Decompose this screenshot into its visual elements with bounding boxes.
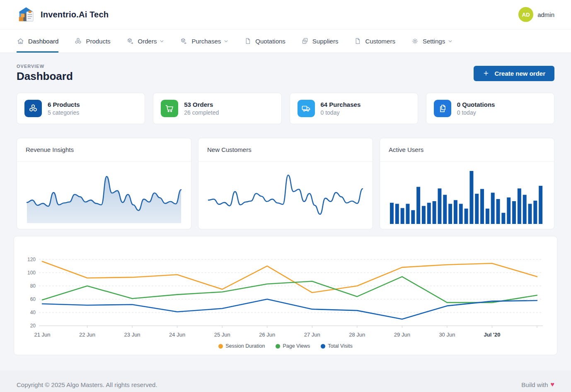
copyright-text: Copyright © 2025 Algo Masters. All right… [17,381,157,388]
legend-dot [321,344,325,349]
legend-label: Session Duration [225,343,265,349]
nav-item-orders[interactable]: Orders [126,29,165,53]
gear-icon [411,37,419,45]
documents-icon [434,100,451,117]
svg-text:26 Jun: 26 Jun [259,332,275,338]
cubes-icon [24,100,42,117]
user-menu[interactable]: AD admin [518,7,554,22]
svg-text:Jul '20: Jul '20 [484,332,500,338]
nav-label: Customers [365,38,395,45]
traffic-overview-card: 2040608010012021 Jun22 Jun23 Jun24 Jun25… [14,236,557,355]
cart-icon [161,100,178,117]
home-icon [17,37,24,45]
avatar[interactable]: AD [518,7,533,22]
svg-text:21 Jun: 21 Jun [34,332,50,338]
svg-text:22 Jun: 22 Jun [79,332,95,338]
page-footer: Copyright © 2025 Algo Masters. All right… [0,370,571,392]
stat-card-orders: 53 Orders 26 completed [153,93,281,124]
legend-item-total-visits[interactable]: Total Visits [321,343,353,349]
new-customers-chart [198,162,373,229]
stat-sub: 26 completed [184,109,219,116]
nav-item-purchases[interactable]: Purchases [180,29,228,53]
page-title: Dashboard [17,70,73,83]
nav-label: Dashboard [28,38,58,45]
main-nav: Dashboard Products Orders Purchases Quot… [0,29,571,53]
nav-item-products[interactable]: Products [74,29,110,53]
traffic-overview-chart: 2040608010012021 Jun22 Jun23 Jun24 Jun25… [18,244,553,340]
chevron-down-icon [224,39,228,43]
mini-chart-row: Revenue Insights New Customers Active Us… [17,138,554,229]
svg-text:24 Jun: 24 Jun [169,332,185,338]
user-name: admin [537,11,554,18]
svg-text:27 Jun: 27 Jun [304,332,320,338]
page-heading: OVERVIEW Dashboard [17,64,73,83]
stat-sub: 0 today [321,109,361,116]
chevron-down-icon [160,39,164,43]
svg-text:60: 60 [30,296,36,302]
app-logo-icon [17,5,36,24]
nav-label: Quotations [255,38,286,45]
nav-item-quotations[interactable]: Quotations [244,29,286,53]
stat-value: 53 Orders [184,101,219,108]
heart-icon: ♥ [551,381,555,388]
nav-label: Products [86,38,110,45]
create-new-order-button[interactable]: Create new order [474,66,554,81]
stat-value: 6 Products [48,101,80,108]
legend-dot [276,344,280,349]
svg-text:120: 120 [27,257,36,262]
active-users-chart [380,162,554,229]
copy-icon [301,37,309,45]
page-eyebrow: OVERVIEW [17,64,73,69]
create-new-order-label: Create new order [494,70,545,77]
truck-icon [298,100,315,117]
svg-text:29 Jun: 29 Jun [394,332,410,338]
file-icon [244,37,252,45]
plus-icon [483,70,489,77]
legend-item-page-views[interactable]: Page Views [276,343,310,349]
svg-text:40: 40 [30,310,36,315]
cubes-icon [74,37,82,45]
svg-text:30 Jun: 30 Jun [439,332,455,338]
stat-sub: 5 categories [48,109,80,116]
chart-legend: Session Duration Page Views Total Visits [18,343,553,349]
nav-label: Orders [138,38,157,45]
legend-label: Page Views [283,343,310,349]
stat-card-purchases: 64 Purchases 0 today [290,93,418,124]
build-with-text: Build with [521,381,548,388]
stat-card-quotations: 0 Quotations 0 today [426,93,554,124]
app-header: Inventrio.Ai Tech AD admin [0,0,571,29]
revenue-insights-chart [17,162,191,229]
nav-label: Purchases [191,38,221,45]
revenue-insights-card: Revenue Insights [17,138,191,229]
legend-item-session-duration[interactable]: Session Duration [218,343,265,349]
svg-text:25 Jun: 25 Jun [214,332,230,338]
svg-text:23 Jun: 23 Jun [124,332,140,338]
svg-text:80: 80 [30,283,36,289]
legend-dot [218,344,223,349]
brand: Inventrio.Ai Tech [17,5,109,24]
nav-item-suppliers[interactable]: Suppliers [301,29,339,53]
new-customers-card: New Customers [198,138,373,229]
legend-label: Total Visits [328,343,353,349]
nav-label: Settings [423,38,445,45]
card-title: Revenue Insights [26,146,74,153]
stat-sub: 0 today [457,109,495,116]
main-content: OVERVIEW Dashboard Create new order 6 Pr… [0,53,571,355]
nav-item-customers[interactable]: Customers [354,29,395,53]
box-out-icon [126,37,134,45]
svg-text:20: 20 [30,323,36,329]
chevron-down-icon [448,39,452,43]
active-users-card: Active Users [380,138,554,229]
card-title: Active Users [389,146,423,153]
box-in-icon [180,37,188,45]
nav-item-dashboard[interactable]: Dashboard [17,29,58,53]
file-icon [354,37,361,45]
nav-label: Suppliers [312,38,339,45]
app-title: Inventrio.Ai Tech [41,10,109,19]
svg-text:100: 100 [27,270,36,276]
stat-cards-row: 6 Products 5 categories 53 Orders 26 com… [17,93,554,124]
stat-value: 64 Purchases [321,101,361,108]
nav-item-settings[interactable]: Settings [411,29,452,53]
stat-card-products: 6 Products 5 categories [17,93,145,124]
svg-text:28 Jun: 28 Jun [349,332,365,338]
